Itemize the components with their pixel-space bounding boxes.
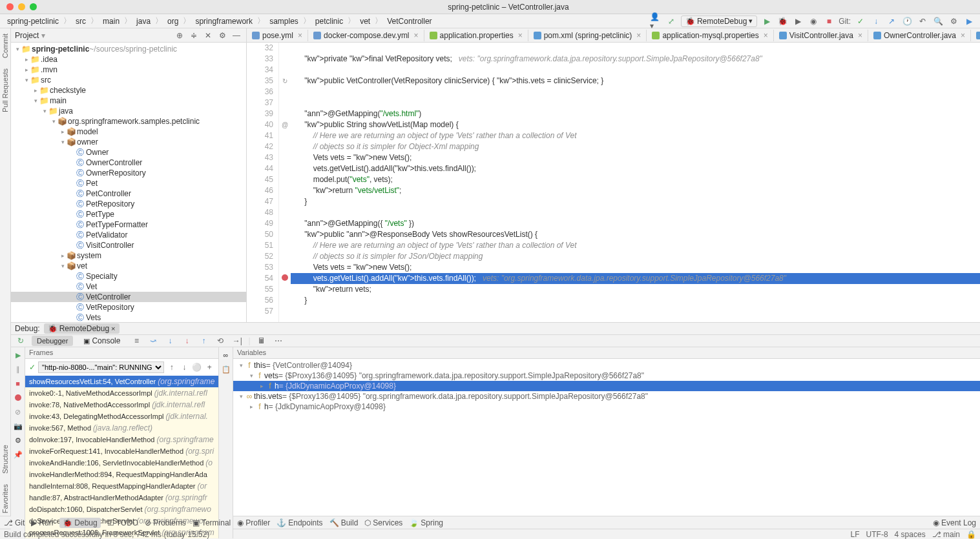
add-icon[interactable]: + xyxy=(205,361,215,373)
hide-icon[interactable]: — xyxy=(231,30,242,41)
gutter-icons[interactable]: ↻@ xyxy=(279,43,291,322)
rerun-icon[interactable]: ↻ xyxy=(15,335,26,347)
frame-list[interactable]: showResourcesVetList:54, VetController (… xyxy=(25,376,218,538)
tree-node[interactable]: ⒸPet xyxy=(11,178,246,188)
coverage-icon[interactable]: ▶ xyxy=(792,15,804,27)
tree-node[interactable]: ▾📁java xyxy=(11,106,246,116)
run-icon[interactable]: ▶ xyxy=(761,15,773,27)
maximize-window[interactable] xyxy=(30,3,37,10)
sidebar-pull-requests[interactable]: Pull Requests xyxy=(0,66,10,115)
breadcrumb[interactable]: samples xyxy=(267,16,300,26)
tree-node[interactable]: ⒸPetType xyxy=(11,209,246,219)
next-frame-icon[interactable]: ↓ xyxy=(180,361,190,373)
project-header[interactable]: Project xyxy=(15,31,39,40)
tree-node[interactable]: ▸📁.mvn xyxy=(11,65,246,75)
tree-node[interactable]: ▾📦vet xyxy=(11,261,246,271)
tree-node[interactable]: ⒸVetRepository xyxy=(11,302,246,312)
status-lf[interactable]: LF xyxy=(851,530,860,539)
stack-frame[interactable]: showResourcesVetList:54, VetController (… xyxy=(25,376,218,387)
breadcrumb[interactable]: org xyxy=(165,16,180,26)
bottom-services[interactable]: ⬡ Services xyxy=(364,518,402,527)
variable-row[interactable]: ▾f this = {VetController@14094} xyxy=(233,360,980,371)
stack-frame[interactable]: doInvoke:197, InvocableHandlerMethod (or… xyxy=(25,434,218,445)
build-icon[interactable]: ⤢ xyxy=(665,15,677,27)
capture-icon[interactable]: 📷 xyxy=(13,421,23,431)
breadcrumb[interactable]: VetController xyxy=(385,16,433,26)
tree-node[interactable]: ▸📦system xyxy=(11,250,246,261)
editor-tab[interactable]: PetController.java× xyxy=(971,30,980,41)
locate-icon[interactable]: ⊕ xyxy=(174,30,185,41)
bottom-spring[interactable]: 🍃 Spring xyxy=(409,518,443,527)
breakpoints-icon[interactable] xyxy=(13,392,23,403)
breadcrumb[interactable]: springframework xyxy=(193,16,255,26)
stack-frame[interactable]: handleInternal:808, RequestMappingHandle… xyxy=(25,480,218,492)
editor-tab[interactable]: application-mysql.properties× xyxy=(647,30,773,41)
evaluate-icon[interactable]: 🖩 xyxy=(256,335,267,347)
bottom-debug[interactable]: 🐞 Debug xyxy=(59,518,100,528)
stack-frame[interactable]: invokeHandlerMethod:894, RequestMappingH… xyxy=(25,469,218,480)
tree-node[interactable]: ▸📦model xyxy=(11,127,246,137)
status-indent[interactable]: 4 spaces xyxy=(895,530,926,539)
stack-frame[interactable]: invoke0:-1, NativeMethodAccessorImpl (jd… xyxy=(25,387,218,399)
tree-node[interactable]: ⒸPetTypeFormatter xyxy=(11,219,246,230)
bottom-terminal[interactable]: ▣ Terminal xyxy=(193,518,231,527)
stop-icon[interactable]: ■ xyxy=(823,15,835,27)
code-body[interactable]: "kw">private "kw">final VetRepository ve… xyxy=(291,43,980,322)
new-watch-icon[interactable]: ∞ xyxy=(221,350,231,360)
sidebar-structure[interactable]: Structure xyxy=(0,442,10,476)
settings-icon[interactable]: ⚙ xyxy=(216,30,228,41)
status-lock-icon[interactable]: 🔒 xyxy=(966,530,976,539)
tree-node[interactable]: ▸📁checkstyle xyxy=(11,85,246,96)
search-icon[interactable]: 🔍 xyxy=(932,15,944,27)
breadcrumb[interactable]: vet xyxy=(358,16,372,26)
commit-icon[interactable]: ✓ xyxy=(855,15,866,27)
stack-frame[interactable]: invokeAndHandle:106, ServletInvocableHan… xyxy=(25,457,218,469)
tree-node[interactable]: ⒸVetController xyxy=(11,292,246,302)
filter-icon[interactable]: ⚪ xyxy=(192,361,202,373)
breadcrumb[interactable]: petclinic xyxy=(313,16,345,26)
breadcrumb[interactable]: spring-petclinic xyxy=(5,16,61,26)
bottom-run[interactable]: ▶ Run xyxy=(31,518,53,527)
breadcrumb[interactable]: src xyxy=(74,16,88,26)
settings-icon[interactable]: ⚙ xyxy=(13,435,23,445)
more-icon[interactable]: ▶ xyxy=(963,15,975,27)
step-into-icon[interactable]: ↓ xyxy=(164,335,176,347)
mute-icon[interactable]: ⊘ xyxy=(13,407,23,417)
bottom-build[interactable]: 🔨 Build xyxy=(329,518,359,527)
tree-node[interactable]: ⒸSpecialty xyxy=(11,271,246,281)
drop-frame-icon[interactable]: ⟲ xyxy=(214,335,226,347)
editor-tab[interactable]: OwnerController.java× xyxy=(868,30,971,41)
resume-icon[interactable]: ▶ xyxy=(13,350,23,360)
debugger-tab[interactable]: Debugger xyxy=(32,336,73,346)
editor-tab[interactable]: docker-compose.dev.yml× xyxy=(308,30,424,41)
bottom-problems[interactable]: ⊘ Problems xyxy=(145,518,186,527)
stack-frame[interactable]: invokeForRequest:141, InvocableHandlerMe… xyxy=(25,445,218,457)
collapse-icon[interactable]: ✕ xyxy=(202,30,214,41)
force-step-icon[interactable]: ↓ xyxy=(181,335,193,347)
status-branch[interactable]: ⎇ main xyxy=(932,530,960,539)
sidebar-favorites[interactable]: Favorites xyxy=(0,482,10,516)
history-icon[interactable]: 🕐 xyxy=(901,15,913,27)
tree-node[interactable]: ⒸPetController xyxy=(11,188,246,199)
run-config-select[interactable]: 🐞RemoteDebug ▾ xyxy=(681,15,757,27)
copy-icon[interactable]: 📋 xyxy=(221,364,231,374)
variable-row[interactable]: ▸f h = {JdkDynamicAopProxy@14098} xyxy=(233,402,980,412)
trace-icon[interactable]: ⋯ xyxy=(273,335,284,347)
breadcrumb[interactable]: main xyxy=(101,16,121,26)
variables-tree[interactable]: ▾f this = {VetController@14094}▾f vets =… xyxy=(233,359,980,538)
thread-select[interactable]: "http-nio-8080-..."main": RUNNING xyxy=(38,361,164,373)
variable-row[interactable]: ▸f h = {JdkDynamicAopProxy@14098} xyxy=(233,381,980,391)
pause-icon[interactable]: ∥ xyxy=(13,364,23,374)
tree-node[interactable]: ▾📁src xyxy=(11,75,246,85)
editor-tab[interactable]: pom.xml (spring-petclinic)× xyxy=(528,30,647,41)
settings-icon[interactable]: ⚙ xyxy=(948,15,959,27)
tree-node[interactable]: ▾📁main xyxy=(11,96,246,106)
bottom-todo[interactable]: ☑ TODO xyxy=(107,518,138,527)
push-icon[interactable]: ↗ xyxy=(886,15,897,27)
run-to-cursor-icon[interactable]: →| xyxy=(231,335,243,347)
bottom-endpoints[interactable]: ⚓ Endpoints xyxy=(276,518,322,527)
close-window[interactable] xyxy=(6,3,14,10)
debug-session-tab[interactable]: 🐞RemoteDebug × xyxy=(44,323,120,334)
debug-icon[interactable]: 🐞 xyxy=(777,15,788,27)
tree-node[interactable]: ⒸVet xyxy=(11,281,246,292)
